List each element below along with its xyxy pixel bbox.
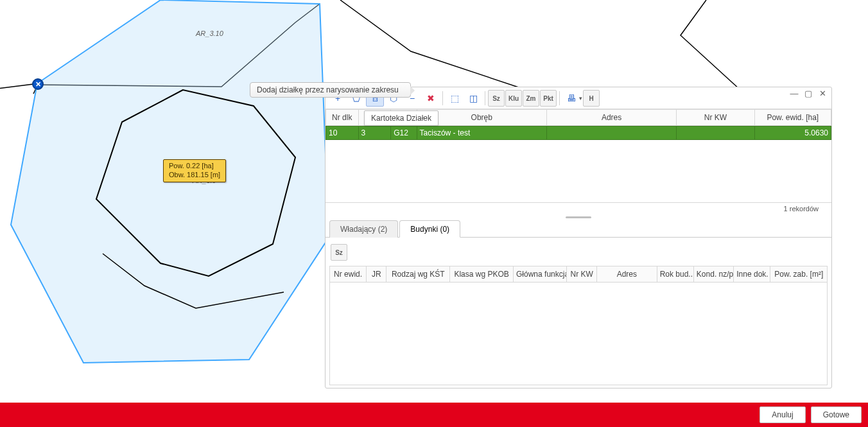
sz-button-sub[interactable]: Sz [331, 244, 347, 261]
col-header[interactable]: Klasa wg PKOB [450, 266, 514, 283]
cancel-button[interactable]: Anuluj [759, 406, 805, 423]
vertex-marker[interactable]: ✕ [32, 78, 44, 90]
col-header[interactable]: Adres [597, 266, 657, 283]
col-header[interactable]: Rok bud... [657, 266, 693, 283]
table-row[interactable]: 103G12Taciszów - test5.0630 [326, 126, 831, 140]
col-header[interactable]: Nr KW [677, 110, 754, 126]
zm-button[interactable]: Zm [523, 90, 539, 107]
h-button[interactable]: H [583, 90, 600, 107]
panel-title-text: Dodaj działkę przez narysowanie zakresu [257, 85, 399, 94]
splitter[interactable] [326, 214, 831, 220]
panel-title: Dodaj działkę przez narysowanie zakresu [250, 82, 411, 98]
minimize-icon[interactable]: — [789, 89, 799, 98]
footer-bar: Anuluj Gotowe [0, 403, 868, 427]
col-header[interactable]: Rodzaj wg KŚT [386, 266, 450, 283]
pkt-button[interactable]: Pkt [540, 90, 557, 107]
done-button[interactable]: Gotowe [811, 406, 862, 423]
select1-icon[interactable]: ⬚ [446, 90, 464, 107]
toolbar-tooltip: Kartoteka Działek [364, 110, 438, 126]
col-header[interactable]: Nr ewid. [330, 266, 367, 283]
measurement-area: Pow. 0.22 [ha] [169, 162, 220, 171]
select2-icon[interactable]: ◫ [464, 90, 482, 107]
sz-button[interactable]: Sz [488, 90, 505, 107]
col-header[interactable]: Nr KW [567, 266, 597, 283]
maximize-icon[interactable]: ▢ [803, 89, 813, 98]
klu-button[interactable]: Klu [505, 90, 522, 107]
print-icon[interactable]: 🖶 [562, 90, 580, 107]
measurement-box: Pow. 0.22 [ha] Obw. 181.15 [m] [163, 159, 226, 182]
col-header[interactable]: Inne dok. [734, 266, 770, 283]
col-header[interactable]: Pow. ewid. [ha] [754, 110, 831, 126]
toolbar-tooltip-text: Kartoteka Działek [371, 114, 431, 123]
tabs-row: Władający (2)Budynki (0) [326, 220, 831, 238]
col-header[interactable]: Adres [546, 110, 676, 126]
measurement-perimeter: Obw. 181.15 [m] [169, 171, 220, 180]
close-icon[interactable]: ✕ [817, 89, 828, 98]
delete-icon[interactable]: ✖ [422, 90, 440, 107]
region-label-1: AR_3.10 [196, 30, 223, 37]
tab-body-buildings: Sz Nr ewid.JRRodzaj wg KŚTKlasa wg PKOBG… [326, 238, 831, 388]
record-count: 1 rekordów [326, 203, 831, 214]
col-header[interactable]: JR [367, 266, 386, 283]
col-header[interactable]: Kond. nz/pz [693, 266, 733, 283]
col-header[interactable]: Główna funkcja [514, 266, 567, 283]
parcel-panel: Dodaj działkę przez narysowanie zakresu … [325, 87, 832, 388]
tab-1[interactable]: Budynki (0) [399, 220, 460, 238]
tab-0[interactable]: Władający (2) [329, 220, 398, 238]
buildings-grid[interactable]: Nr ewid.JRRodzaj wg KŚTKlasa wg PKOBGłów… [329, 266, 828, 283]
col-header[interactable]: Pow. zab. [m²] [770, 266, 828, 283]
col-header[interactable]: Nr dlk [326, 110, 359, 126]
